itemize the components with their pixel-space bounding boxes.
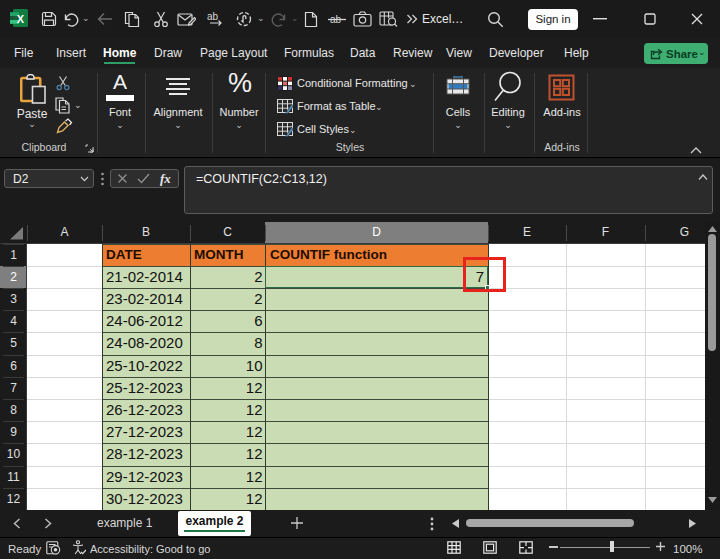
svg-text:X: X: [17, 13, 25, 25]
